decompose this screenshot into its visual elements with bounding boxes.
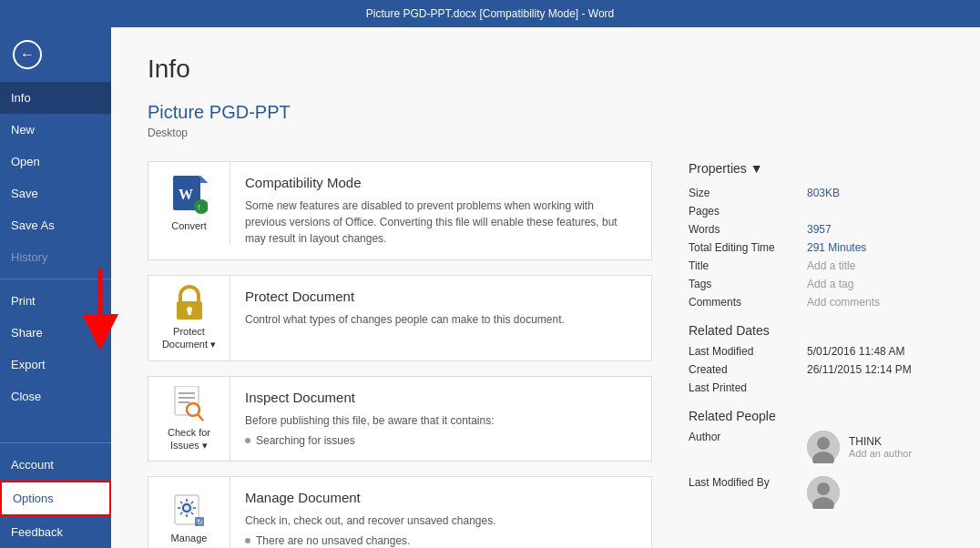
sidebar-item-info[interactable]: Info [0,82,111,114]
sidebar-item-save-as[interactable]: Save As [0,209,111,241]
prop-editing-time: Total Editing Time 291 Minutes [689,241,944,254]
inspect-card: Check forIssues ▾ Inspect Document Befor… [148,376,652,462]
manage-sub: There are no unsaved changes. [245,534,637,547]
sidebar-item-share[interactable]: Share [0,317,111,349]
document-location: Desktop [148,127,944,139]
date-modified: Last Modified 5/01/2016 11:48 AM [689,345,944,358]
sidebar-item-save[interactable]: Save [0,178,111,209]
convert-label[interactable]: Convert [171,219,207,232]
protect-icon-area[interactable]: ProtectDocument ▾ [148,276,230,360]
manage-title: Manage Document [245,490,637,505]
protect-card: ProtectDocument ▾ Protect Document Contr… [148,275,652,361]
compatibility-text: Compatibility Mode Some new features are… [230,162,651,259]
author-details: THINK Add an author [849,435,912,459]
sidebar-item-print[interactable]: Print [0,285,111,317]
back-button[interactable]: ← [0,27,111,82]
properties-chevron[interactable]: ▼ [750,161,763,176]
author-person: THINK Add an author [807,431,912,463]
sidebar: ← Info New Open Save Save As History Pri… [0,27,111,548]
prop-title: Title Add a title [689,259,944,272]
sidebar-item-new[interactable]: New [0,114,111,146]
prop-tags-label: Tags [689,278,807,290]
title-bar-text: Picture PGD-PPT.docx [Compatibility Mode… [366,7,615,20]
manage-icon-area[interactable]: ↻ Manage [148,477,230,548]
title-bar: Picture PGD-PPT.docx [Compatibility Mode… [0,0,980,27]
date-printed: Last Printed [689,381,944,394]
prop-comments-label: Comments [689,296,807,309]
sidebar-divider-2 [0,442,111,443]
convert-icon-area[interactable]: W ↑ Convert [148,162,230,244]
date-printed-label: Last Printed [689,381,807,394]
author-info: THINK Add an author [807,431,912,471]
last-modified-avatar [807,476,840,509]
manage-label[interactable]: Manage [171,532,208,544]
info-cards: W ↑ Convert Compatibility Mode Some new … [148,161,652,548]
prop-author-label: Author [689,431,807,471]
back-icon[interactable]: ← [13,40,42,69]
sidebar-item-feedback[interactable]: Feedback [0,516,111,548]
prop-comments-value[interactable]: Add comments [807,296,944,309]
prop-last-modified-label: Last Modified By [689,476,807,516]
date-created-label: Created [689,363,807,376]
inspect-text: Inspect Document Before publishing this … [230,377,651,460]
prop-size-value: 803KB [807,187,944,199]
sidebar-bottom: Account Options Feedback [0,437,111,548]
prop-editing-label: Total Editing Time [689,241,807,254]
properties-panel: Properties ▼ Size 803KB Pages Words 3957 [689,161,944,548]
svg-marker-3 [200,176,208,183]
related-people-heading: Related People [689,409,944,423]
prop-words-label: Words [689,223,807,236]
bullet-dot [245,438,250,443]
last-modified-person [807,476,840,516]
sidebar-divider-1 [0,279,111,279]
prop-title-value[interactable]: Add a title [807,259,944,272]
prop-pages: Pages [689,205,944,218]
sidebar-item-close[interactable]: Close [0,381,111,412]
compatibility-desc: Some new features are disabled to preven… [245,198,637,247]
prop-last-modified-by-row: Last Modified By [689,476,944,516]
prop-pages-label: Pages [689,205,807,218]
manage-desc: Check in, check out, and recover unsaved… [245,512,637,529]
info-layout: W ↑ Convert Compatibility Mode Some new … [148,161,944,548]
manage-bullet [245,538,250,543]
prop-words: Words 3957 [689,223,944,236]
sidebar-item-options[interactable]: Options [0,481,111,516]
page-title: Info [148,55,944,84]
related-dates-table: Last Modified 5/01/2016 11:48 AM Created… [689,345,944,394]
sidebar-item-open[interactable]: Open [0,146,111,178]
check-issues-label[interactable]: Check forIssues ▾ [168,426,210,452]
inspect-sub-text: Searching for issues [256,434,355,447]
sidebar-item-account[interactable]: Account [0,449,111,481]
inspect-icon-area[interactable]: Check forIssues ▾ [148,377,230,462]
svg-point-30 [817,437,830,450]
prop-words-value: 3957 [807,223,944,236]
prop-tags-value[interactable]: Add a tag [807,278,944,290]
inspect-desc: Before publishing this file, be aware th… [245,412,637,429]
protect-desc: Control what types of changes people can… [245,311,637,328]
prop-author-row: Author THINK [689,431,944,471]
properties-title-text: Properties [689,161,747,176]
add-author-link[interactable]: Add an author [849,448,912,459]
svg-rect-9 [188,310,191,315]
manage-text: Manage Document Check in, check out, and… [230,477,651,548]
manage-sub-text: There are no unsaved changes. [256,534,410,547]
inspect-title: Inspect Document [245,390,637,405]
date-created-value: 26/11/2015 12:14 PM [807,363,944,376]
last-modified-person-info [807,476,840,509]
protect-label[interactable]: ProtectDocument ▾ [162,325,216,351]
sidebar-item-export[interactable]: Export [0,349,111,381]
date-modified-value: 5/01/2016 11:48 AM [807,345,944,358]
sidebar-item-history[interactable]: History [0,241,111,273]
prop-comments: Comments Add comments [689,296,944,309]
svg-line-15 [198,414,203,421]
date-printed-value [807,381,944,394]
prop-size: Size 803KB [689,187,944,199]
protect-title: Protect Document [245,289,637,304]
inspect-sub: Searching for issues [245,434,637,447]
related-dates-heading: Related Dates [689,323,944,338]
properties-title: Properties ▼ [689,161,944,176]
date-modified-label: Last Modified [689,345,807,358]
author-name: THINK [849,435,912,448]
prop-pages-value [807,205,944,218]
document-title: Picture PGD-PPT [148,102,944,123]
